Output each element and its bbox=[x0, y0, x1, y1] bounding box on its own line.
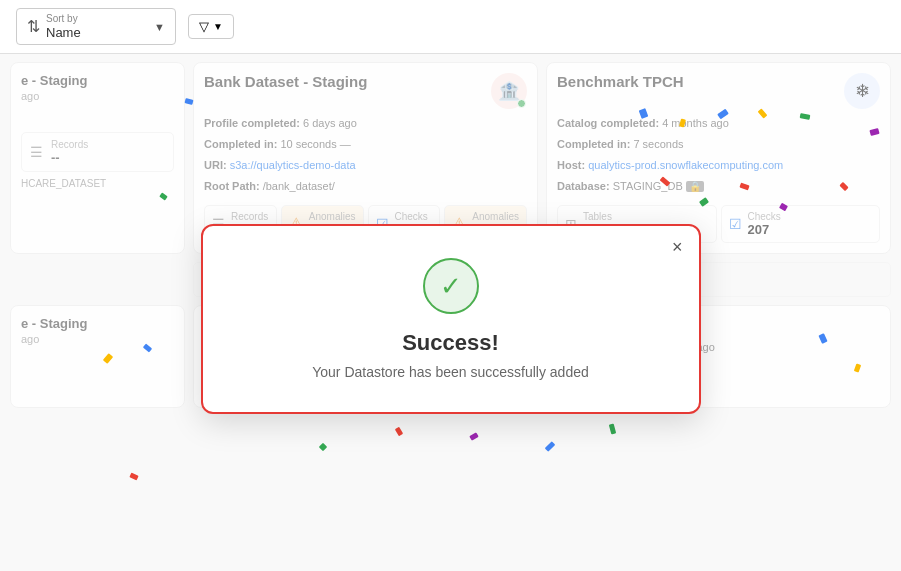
sort-control[interactable]: ⇅ Sort by Name ▼ bbox=[16, 8, 176, 45]
success-modal: × ✓ Success! Your Datastore has been suc… bbox=[201, 224, 701, 414]
modal-backdrop: × ✓ Success! Your Datastore has been suc… bbox=[0, 54, 901, 571]
modal-close-button[interactable]: × bbox=[672, 238, 683, 256]
success-icon-circle: ✓ bbox=[423, 258, 479, 314]
filter-chevron-icon: ▼ bbox=[213, 21, 223, 32]
modal-subtitle: Your Datastore has been successfully add… bbox=[243, 364, 659, 380]
sort-icon: ⇅ bbox=[27, 17, 40, 36]
sort-value: Name bbox=[46, 25, 81, 40]
filter-icon: ▽ bbox=[199, 19, 209, 34]
modal-title: Success! bbox=[243, 330, 659, 356]
chevron-down-icon: ▼ bbox=[154, 21, 165, 33]
checkmark-icon: ✓ bbox=[440, 271, 462, 302]
filter-button[interactable]: ▽ ▼ bbox=[188, 14, 234, 39]
toolbar: ⇅ Sort by Name ▼ ▽ ▼ bbox=[0, 0, 901, 54]
sort-by-label: Sort by bbox=[46, 13, 81, 24]
